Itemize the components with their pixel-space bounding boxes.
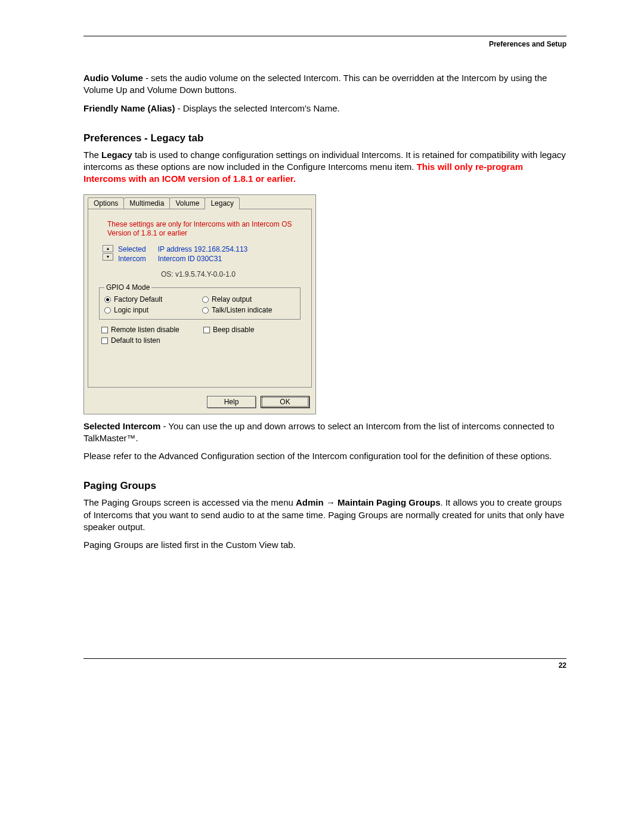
radio-talk-listen[interactable]: Talk/Listen indicate: [202, 306, 295, 314]
paging-heading: Paging Groups: [83, 480, 566, 492]
selected-label-2: Intercom: [118, 254, 146, 264]
radio-factory-default[interactable]: Factory Default: [104, 295, 197, 304]
tab-strip: Options Multimedia Volume Legacy: [84, 195, 315, 209]
page-number: 22: [83, 661, 566, 670]
tab-multimedia[interactable]: Multimedia: [123, 197, 170, 209]
paging-1b: Admin: [296, 497, 326, 507]
checkbox-icon: [203, 327, 210, 333]
radio-icon: [104, 307, 111, 314]
radio-relay-output[interactable]: Relay output: [202, 295, 295, 304]
radio-icon: [104, 296, 111, 303]
check-remote-listen-disable[interactable]: Remote listen disable: [101, 326, 199, 334]
check-beep-disable[interactable]: Beep disable: [203, 326, 301, 334]
header-rule: [83, 36, 566, 36]
radio-label: Logic input: [114, 306, 148, 314]
ip-address-text: IP address 192.168.254.113: [158, 244, 248, 255]
radio-label: Factory Default: [114, 295, 162, 304]
selected-intercom-paragraph: Selected Intercom - You can use the up a…: [83, 420, 566, 445]
radio-logic-input[interactable]: Logic input: [104, 306, 197, 314]
tab-volume[interactable]: Volume: [169, 197, 205, 209]
footer-rule: [83, 658, 566, 659]
selected-label-col: Selected Intercom: [118, 244, 146, 265]
tab-body: These settings are only for Intercoms wi…: [88, 209, 312, 388]
radio-icon: [202, 307, 209, 314]
check-label: Remote listen disable: [111, 326, 179, 334]
paging-1c: Maintain Paging Groups: [335, 497, 441, 507]
checkbox-icon: [101, 327, 108, 333]
friendly-name-paragraph: Friendly Name (Alias) - Displays the sel…: [83, 103, 566, 114]
check-label: Default to listen: [111, 336, 160, 345]
gpio-fieldset: GPIO 4 Mode Factory Default Relay output…: [99, 283, 301, 320]
audio-volume-text: - sets the audio volume on the selected …: [83, 73, 547, 95]
check-default-to-listen[interactable]: Default to listen: [101, 336, 199, 345]
ok-button[interactable]: OK: [261, 396, 309, 408]
help-button[interactable]: Help: [207, 396, 256, 408]
intercom-id-text: Intercom ID 030C31: [158, 254, 248, 264]
legacy-dialog: Options Multimedia Volume Legacy These s…: [83, 194, 316, 414]
selected-info-col: IP address 192.168.254.113 Intercom ID 0…: [158, 244, 248, 265]
radio-label: Talk/Listen indicate: [212, 306, 272, 314]
checkbox-icon: [101, 337, 108, 344]
tab-options[interactable]: Options: [88, 197, 124, 209]
tab-legacy[interactable]: Legacy: [205, 197, 240, 209]
selected-intercom-label: Selected Intercom: [83, 421, 160, 431]
legacy-intro-1a: The: [83, 150, 101, 160]
friendly-name-text: - Displays the selected Intercom's Name.: [175, 103, 339, 113]
intercom-spinner: ▲ ▼: [103, 245, 113, 261]
legacy-intro: The Legacy tab is used to change configu…: [83, 149, 566, 185]
audio-volume-label: Audio Volume: [83, 73, 143, 83]
check-label: Beep disable: [213, 326, 254, 334]
paging-1a: The Paging Groups screen is accessed via…: [83, 497, 296, 507]
selected-label-1: Selected: [118, 244, 146, 255]
dialog-button-row: Help OK: [84, 392, 315, 414]
paging-paragraph-1: The Paging Groups screen is accessed via…: [83, 497, 566, 533]
legacy-intro-1b: Legacy: [101, 150, 132, 160]
advanced-config-paragraph: Please refer to the Advanced Configurati…: [83, 450, 566, 462]
os-version-text: OS: v1.9.5.74.Y-0.0-1.0: [161, 270, 304, 278]
spinner-down-button[interactable]: ▼: [103, 253, 113, 261]
selected-intercom-block: ▲ ▼ Selected Intercom IP address 192.168…: [103, 244, 304, 265]
legacy-os-warning: These settings are only for Intercoms wi…: [107, 220, 292, 239]
header-title: Preferences and Setup: [83, 40, 566, 48]
audio-volume-paragraph: Audio Volume - sets the audio volume on …: [83, 72, 566, 97]
check-grid: Remote listen disable Beep disable Defau…: [101, 326, 301, 345]
friendly-name-label: Friendly Name (Alias): [83, 103, 175, 113]
radio-label: Relay output: [212, 295, 252, 304]
legacy-heading: Preferences - Legacy tab: [83, 132, 566, 144]
paging-arrow-icon: →: [326, 497, 335, 507]
gpio-legend: GPIO 4 Mode: [104, 283, 151, 292]
radio-icon: [202, 296, 209, 303]
paging-paragraph-2: Paging Groups are listed first in the Cu…: [83, 539, 566, 551]
spinner-up-button[interactable]: ▲: [103, 245, 113, 252]
